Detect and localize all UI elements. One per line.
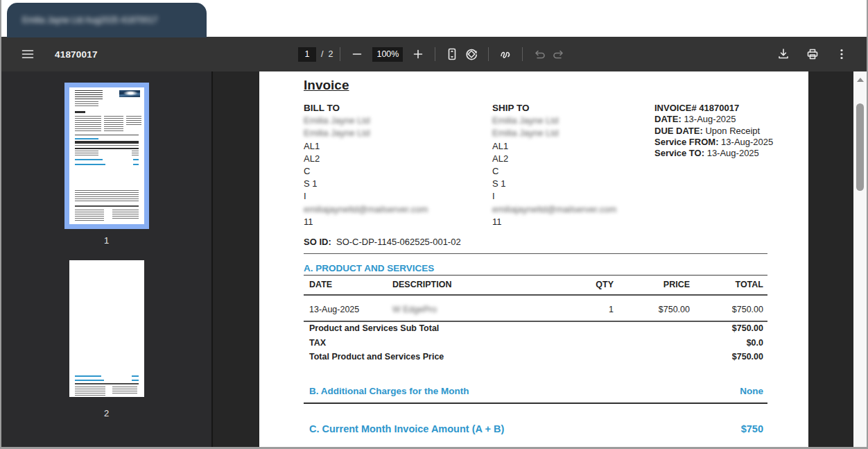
bill-to-label: BILL TO: [304, 102, 491, 115]
row-date: 13-Aug-2025: [304, 305, 392, 314]
ship-to-name-blurred: Emilia Jayne Ltd: [492, 127, 679, 139]
thumbnail-1-selection-highlight: [64, 83, 149, 229]
rotate-button[interactable]: [462, 44, 481, 64]
total-row: Total Product and Services Price $750.00: [304, 350, 767, 364]
thumb-section-a-title: [75, 138, 98, 139]
zoom-out-button[interactable]: [347, 44, 367, 64]
thumb-table-rule: [75, 148, 139, 149]
toolbar-center: 1 / 2 100%: [298, 37, 568, 71]
ship-to-address-line: C: [492, 165, 679, 178]
meta-value: 13-Aug-2025: [721, 137, 773, 147]
total-label: Total Product and Services Price: [304, 350, 444, 364]
col-qty: QTY: [565, 280, 614, 289]
undo-button[interactable]: [530, 44, 549, 64]
thumb-table-row: [75, 145, 139, 146]
section-b-row: B. Additional Charges for the Month None: [304, 386, 767, 404]
thumb2-section-d-value: [132, 375, 139, 377]
col-description: DESCRIPTION: [392, 280, 565, 289]
page-total: 2: [328, 49, 333, 59]
vertical-scrollbar[interactable]: [853, 71, 867, 447]
thumb-footer-rule: [75, 205, 139, 207]
meta-value: 13-Aug-2025: [707, 148, 759, 158]
thumb-section-b: [75, 159, 103, 160]
meta-label: DATE:: [654, 114, 682, 124]
fit-page-button[interactable]: [442, 44, 462, 64]
page-separator: /: [321, 49, 323, 59]
ship-to-last-line: 11: [492, 216, 679, 228]
bill-to-address-line: I: [304, 190, 491, 203]
redo-button[interactable]: [549, 44, 568, 64]
more-options-button[interactable]: [832, 44, 851, 64]
more-options-kebab-icon: [835, 47, 849, 61]
bill-to-address-line: C: [304, 165, 491, 178]
toolbar-divider: [522, 47, 523, 61]
thumb-section-c-value: [133, 164, 139, 165]
tax-value: $0.0: [747, 336, 767, 350]
annotate-button[interactable]: [496, 44, 515, 64]
bill-to-address-line: AL2: [304, 153, 491, 165]
thumb-section-c: [75, 164, 105, 165]
ship-to-email-blurred: emiliajayneltd@mailserver.com: [492, 203, 679, 216]
bill-to-name-blurred: Emilia Jayne Ltd: [304, 127, 491, 139]
meta-row: Service TO: 13-Aug-2025: [654, 148, 773, 159]
section-c-row: C. Current Month Invoice Amount (A + B) …: [304, 423, 767, 434]
ship-to-address-line: AL2: [492, 153, 679, 165]
ship-to-address-line: S 1: [492, 178, 679, 190]
meta-row: DUE DATE: Upon Receipt: [654, 126, 773, 137]
thumb2-footer-col1: [75, 387, 105, 396]
row-description-blurred: W EdgePro: [392, 305, 565, 314]
menu-icon: [21, 47, 35, 61]
thumb-footer-col1: [75, 210, 104, 221]
section-a-title: A. PRODUCT AND SERVICES: [304, 263, 434, 273]
thumbnail-page-1[interactable]: 1: [64, 83, 149, 255]
ship-to-name-blurred: Emilia Jayne Ltd: [492, 115, 679, 127]
browser-tab[interactable]: Emilia Jayne Ltd Aug2025 41870017: [7, 3, 207, 37]
invoice-number-label: INVOICE#: [654, 103, 697, 113]
totals-block: Product and Services Sub Total $750.00 T…: [304, 321, 767, 364]
row-qty: 1: [565, 305, 614, 314]
invoice-meta-block: INVOICE# 41870017 DATE: 13-Aug-2025 DUE …: [654, 103, 773, 159]
thumbnail-2-label: 2: [104, 408, 109, 418]
pdf-viewer-window: Emilia Jayne Ltd Aug2025 41870017 418700…: [0, 0, 868, 449]
thumb-notes-paragraph: [75, 190, 139, 201]
thumbnail-1-label: 1: [104, 235, 109, 246]
page-number-input[interactable]: 1: [298, 47, 316, 62]
ship-to-address-line: AL1: [492, 140, 679, 153]
pdf-page-1: Invoice BILL TO Emilia Jayne Ltd Emilia …: [259, 71, 808, 447]
document-title: 41870017: [55, 49, 98, 60]
scrollbar-thumb[interactable]: [856, 103, 864, 191]
subtotal-value: $750.00: [732, 321, 767, 336]
tax-row: TAX $0.0: [304, 336, 767, 350]
zoom-in-button[interactable]: [408, 44, 428, 64]
thumb-totals-values: [132, 151, 139, 156]
toolbar-left: 41870017: [18, 44, 98, 64]
meta-value: Upon Receipt: [705, 126, 760, 136]
scrollbar-up-arrow[interactable]: [857, 78, 864, 82]
section-c-value: $750: [741, 423, 767, 434]
thumb-table-header: [75, 141, 139, 144]
thumb-totals-labels: [75, 151, 98, 156]
zoom-out-icon: [351, 48, 363, 60]
thumbnail-page-2[interactable]: 2: [64, 255, 149, 428]
zoom-level[interactable]: 100%: [372, 47, 403, 62]
menu-button[interactable]: [18, 44, 37, 64]
row-total: $750.00: [690, 305, 767, 314]
print-button[interactable]: [803, 44, 822, 64]
tax-label: TAX: [304, 336, 326, 350]
bill-to-name-blurred: Emilia Jayne Ltd: [304, 115, 491, 127]
thumb-logo-image: [119, 90, 140, 97]
bill-to-last-line: 11: [304, 216, 491, 228]
thumbnail-1-preview: [69, 87, 144, 224]
pdf-viewport: Invoice BILL TO Emilia Jayne Ltd Emilia …: [214, 71, 867, 447]
download-button[interactable]: [774, 44, 793, 64]
bill-to-address-line: AL1: [304, 140, 491, 153]
bill-to-email-blurred: emiliajayneltd@mailserver.com: [304, 203, 491, 216]
so-id-row: SO ID: SO-C-DP-1145-062525-001-02: [304, 237, 767, 254]
so-id-value: SO-C-DP-1145-062525-001-02: [336, 237, 461, 247]
fit-page-icon: [445, 47, 459, 61]
invoice-number-value: 41870017: [699, 103, 739, 113]
download-icon: [776, 47, 790, 61]
subtotal-label: Product and Services Sub Total: [304, 321, 439, 336]
meta-value: 13-Aug-2025: [684, 114, 736, 124]
meta-label: DUE DATE:: [654, 126, 703, 136]
